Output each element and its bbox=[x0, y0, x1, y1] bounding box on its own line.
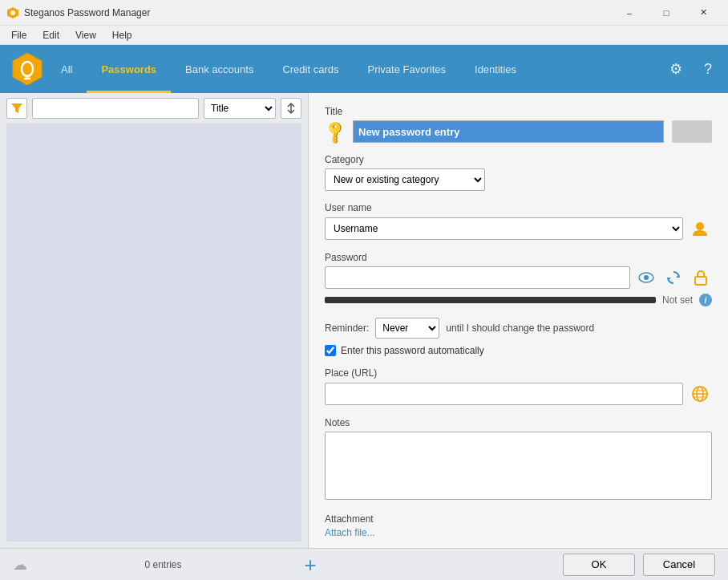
strength-bar bbox=[325, 297, 656, 303]
username-label: User name bbox=[325, 202, 712, 213]
auto-password-row: Enter this password automatically bbox=[325, 345, 712, 356]
key-icon: 🔑 bbox=[321, 118, 349, 146]
filter-icon bbox=[11, 103, 22, 114]
tab-passwords[interactable]: Passwords bbox=[87, 45, 171, 93]
generate-password-button[interactable] bbox=[662, 266, 685, 289]
settings-button[interactable]: ⚙ bbox=[664, 57, 688, 81]
svg-marker-6 bbox=[11, 103, 22, 113]
reminder-row: Reminder: Never 1 month 3 months 6 month… bbox=[325, 318, 712, 339]
sort-order-button[interactable] bbox=[281, 98, 301, 119]
cloud-icon[interactable]: ☁ bbox=[13, 556, 27, 574]
category-select[interactable]: New or existing category Default Work Pe… bbox=[325, 168, 485, 191]
url-label: Place (URL) bbox=[325, 367, 712, 379]
nav-bar: All Passwords Bank accounts Credit cards… bbox=[0, 45, 728, 93]
not-set-label: Not set bbox=[662, 294, 693, 306]
sort-order-icon bbox=[286, 103, 296, 114]
app-icon bbox=[6, 6, 19, 19]
tab-credit-cards[interactable]: Credit cards bbox=[268, 45, 353, 93]
ok-button[interactable]: OK bbox=[563, 554, 635, 576]
user-icon bbox=[690, 219, 710, 238]
menu-view[interactable]: View bbox=[67, 28, 104, 43]
nav-actions: ⚙ ? bbox=[664, 57, 720, 81]
user-avatar-button[interactable] bbox=[688, 217, 712, 241]
notes-input[interactable] bbox=[325, 432, 712, 500]
tab-identities[interactable]: Identities bbox=[460, 45, 531, 93]
menu-help[interactable]: Help bbox=[104, 28, 140, 43]
strength-row: Not set i bbox=[325, 294, 712, 306]
title-input[interactable] bbox=[353, 120, 664, 143]
globe-icon bbox=[691, 385, 709, 403]
info-icon[interactable]: i bbox=[699, 294, 712, 306]
maximize-button[interactable]: □ bbox=[648, 0, 685, 26]
search-input[interactable] bbox=[32, 98, 199, 119]
tab-all[interactable]: All bbox=[47, 45, 87, 93]
lock-password-button[interactable] bbox=[690, 266, 712, 289]
add-entry-button[interactable]: + bbox=[299, 554, 322, 576]
open-url-button[interactable] bbox=[688, 382, 712, 406]
category-label: Category bbox=[325, 154, 712, 165]
notes-label: Notes bbox=[325, 417, 712, 428]
menu-file[interactable]: File bbox=[3, 28, 34, 43]
url-input[interactable] bbox=[325, 383, 683, 405]
right-status: OK Cancel bbox=[322, 554, 715, 576]
sort-select[interactable]: Title Username URL Category bbox=[204, 98, 276, 119]
auto-password-label: Enter this password automatically bbox=[341, 345, 484, 356]
toolbar: Title Username URL Category bbox=[0, 93, 308, 124]
main-content: Title Username URL Category Title 🔑 bbox=[0, 93, 728, 548]
app-logo bbox=[8, 50, 47, 88]
auto-password-checkbox[interactable] bbox=[325, 345, 336, 356]
close-button[interactable]: ✕ bbox=[685, 0, 722, 26]
left-status: ☁ 0 entries + bbox=[13, 554, 322, 576]
svg-point-1 bbox=[10, 10, 15, 15]
minimize-button[interactable]: – bbox=[611, 0, 648, 26]
menu-edit[interactable]: Edit bbox=[34, 28, 67, 43]
svg-rect-12 bbox=[695, 277, 706, 285]
category-section: Category New or existing category Defaul… bbox=[325, 154, 712, 191]
password-label: Password bbox=[325, 252, 712, 263]
title-row: 🔑 bbox=[325, 120, 712, 143]
svg-point-7 bbox=[696, 222, 704, 230]
password-input[interactable] bbox=[325, 266, 630, 289]
right-panel: Title 🔑 Category New or existing categor… bbox=[309, 93, 728, 548]
username-row: Username bbox=[325, 217, 712, 241]
entries-list[interactable] bbox=[6, 124, 301, 541]
title-bar: Steganos Password Manager – □ ✕ bbox=[0, 0, 728, 26]
notes-section: Notes bbox=[325, 417, 712, 502]
attachment-label: Attachment bbox=[325, 513, 712, 525]
eye-icon bbox=[638, 272, 654, 283]
entries-count: 0 entries bbox=[40, 559, 286, 570]
cancel-button[interactable]: Cancel bbox=[643, 554, 715, 576]
menu-bar: File Edit View Help bbox=[0, 26, 728, 45]
attach-file-link[interactable]: Attach file... bbox=[325, 527, 375, 538]
reminder-label: Reminder: bbox=[325, 322, 369, 334]
url-row bbox=[325, 382, 712, 406]
attachment-section: Attachment Attach file... bbox=[325, 513, 712, 538]
username-select[interactable]: Username bbox=[325, 217, 683, 240]
show-password-button[interactable] bbox=[635, 266, 657, 289]
url-section: Place (URL) bbox=[325, 367, 712, 406]
window-controls: – □ ✕ bbox=[611, 0, 722, 26]
status-bar: ☁ 0 entries + OK Cancel bbox=[0, 548, 728, 580]
svg-marker-2 bbox=[13, 53, 42, 85]
tab-private-favorites[interactable]: Private Favorites bbox=[353, 45, 460, 93]
nav-tabs: All Passwords Bank accounts Credit cards… bbox=[47, 45, 664, 93]
svg-point-9 bbox=[644, 275, 649, 280]
title-section: Title 🔑 bbox=[325, 106, 712, 143]
help-button[interactable]: ? bbox=[696, 57, 720, 81]
reminder-suffix: until I should change the password bbox=[446, 322, 594, 334]
title-label: Title bbox=[325, 106, 712, 117]
username-section: User name Username bbox=[325, 202, 712, 241]
filter-button[interactable] bbox=[6, 98, 27, 119]
password-section: Password bbox=[325, 252, 712, 306]
lock-icon bbox=[694, 270, 708, 286]
title-color-picker[interactable] bbox=[672, 120, 712, 143]
tab-bank-accounts[interactable]: Bank accounts bbox=[171, 45, 268, 93]
password-row bbox=[325, 266, 712, 289]
refresh-icon bbox=[665, 270, 681, 286]
reminder-select[interactable]: Never 1 month 3 months 6 months 1 year bbox=[375, 318, 439, 339]
app-title: Steganos Password Manager bbox=[24, 7, 611, 18]
left-panel: Title Username URL Category bbox=[0, 93, 309, 548]
